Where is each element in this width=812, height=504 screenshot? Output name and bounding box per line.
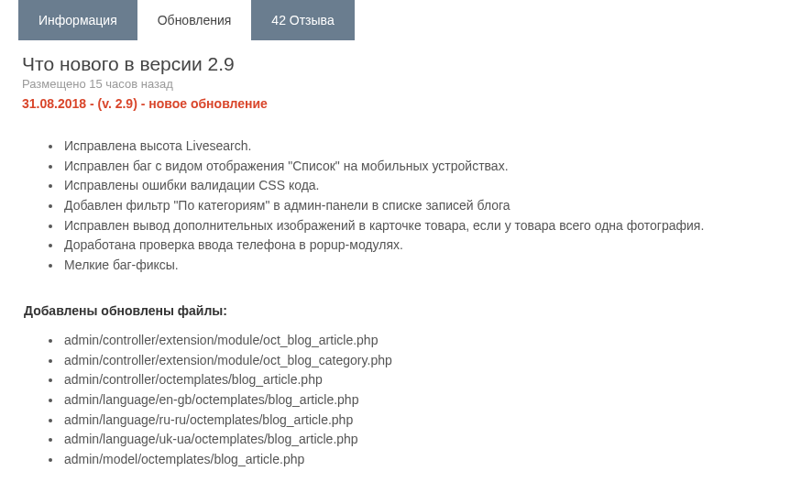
list-item: Добавлен фильтр "По категориям" в админ-… (62, 196, 790, 216)
list-item: Исправлен баг с видом отображения "Списо… (62, 157, 790, 177)
tab-info[interactable]: Информация (18, 0, 137, 40)
tab-updates[interactable]: Обновления (137, 0, 252, 40)
list-item: admin/controller/extension/module/oct_bl… (62, 331, 790, 351)
list-item: Доработана проверка ввода телефона в pop… (62, 236, 790, 256)
list-item: Исправлены ошибки валидации CSS кода. (62, 176, 790, 196)
list-item: admin/controller/octemplates/blog_articl… (62, 370, 790, 390)
list-item: admin/language/uk-ua/octemplates/blog_ar… (62, 430, 790, 450)
content-area: Что нового в версии 2.9 Размещено 15 час… (0, 40, 812, 470)
list-item: admin/language/en-gb/octemplates/blog_ar… (62, 390, 790, 411)
tabs-bar: Информация Обновления 42 Отзыва (0, 0, 812, 40)
files-list: admin/controller/extension/module/oct_bl… (22, 331, 790, 470)
list-item: Исправлен вывод дополнительных изображен… (62, 216, 790, 236)
list-item: Мелкие баг-фиксы. (62, 256, 790, 276)
release-line: 31.08.2018 - (v. 2.9) - новое обновление (22, 96, 790, 111)
tab-reviews[interactable]: 42 Отзыва (251, 0, 354, 40)
changes-list: Исправлена высота Livesearch. Исправлен … (22, 137, 790, 276)
page-title: Что нового в версии 2.9 (22, 53, 790, 75)
list-item: admin/language/ru-ru/octemplates/blog_ar… (62, 411, 790, 431)
posted-time: Размещено 15 часов назад (22, 77, 790, 91)
list-item: admin/controller/extension/module/oct_bl… (62, 351, 790, 371)
list-item: admin/model/octemplates/blog_article.php (62, 450, 790, 470)
files-heading: Добавлены обновлены файлы: (24, 303, 790, 318)
list-item: Исправлена высота Livesearch. (62, 137, 790, 157)
